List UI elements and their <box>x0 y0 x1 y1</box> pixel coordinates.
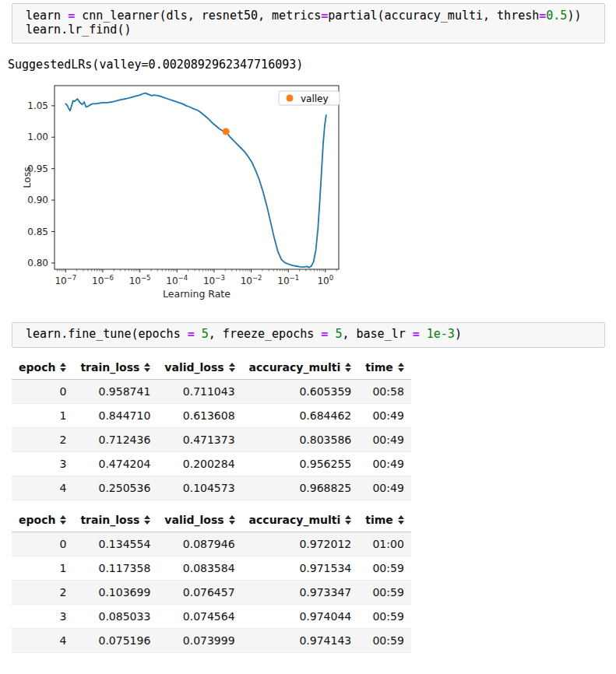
training-table-frozen: epochtrain_lossvalid_lossaccuracy_multit… <box>12 357 411 500</box>
sort-arrows-icon[interactable] <box>398 363 404 372</box>
y-tick-label: 0.85 <box>27 226 48 237</box>
cell-train_loss: 0.117358 <box>73 556 157 580</box>
code-token: )) <box>567 9 581 23</box>
code-cell-fine-tune[interactable]: learn.fine_tune(epochs = 5, freeze_epoch… <box>12 322 605 348</box>
code-token: learn.lr_find() <box>26 23 131 37</box>
cell-accuracy_multi: 0.956255 <box>242 451 359 476</box>
column-header-valid_loss[interactable]: valid_loss <box>157 357 241 380</box>
cell-valid_loss: 0.076457 <box>157 580 241 604</box>
cell-valid_loss: 0.471373 <box>157 427 241 451</box>
code-line: learn.lr_find() <box>26 23 598 37</box>
x-tick-label: 10−4 <box>166 274 188 286</box>
sort-arrows-icon[interactable] <box>144 363 150 372</box>
cell-epoch: 2 <box>12 427 73 451</box>
cell-epoch: 0 <box>12 532 73 556</box>
y-tick-label: 1.05 <box>27 100 48 111</box>
sort-arrows-icon[interactable] <box>229 363 235 372</box>
sort-arrows-icon[interactable] <box>345 363 351 372</box>
cell-train_loss: 0.712436 <box>73 427 157 451</box>
column-label: accuracy_multi <box>249 361 341 374</box>
cell-accuracy_multi: 0.803586 <box>242 427 359 451</box>
code-line: learn.fine_tune(epochs = 5, freeze_epoch… <box>26 328 598 342</box>
column-label: epoch <box>19 361 55 374</box>
code-token-operator: = <box>321 9 328 23</box>
cell-time: 00:49 <box>358 476 411 500</box>
cell-train_loss: 0.844710 <box>73 403 157 427</box>
code-cell-lr-find[interactable]: learn = cnn_learner(dls, resnet50, metri… <box>12 3 605 44</box>
cell-valid_loss: 0.073999 <box>157 628 241 652</box>
sort-arrows-icon[interactable] <box>229 515 235 525</box>
cell-time: 00:58 <box>358 379 411 403</box>
column-header-accuracy_multi[interactable]: accuracy_multi <box>242 510 359 532</box>
suggested-lrs-output: SuggestedLRs(valley=0.002089296234771609… <box>8 58 616 72</box>
x-tick-label: 100 <box>317 274 333 286</box>
column-header-accuracy_multi[interactable]: accuracy_multi <box>242 357 359 380</box>
code-token-operator: = <box>539 9 546 23</box>
code-token: learn <box>26 9 68 23</box>
column-header-valid_loss[interactable]: valid_loss <box>157 510 241 532</box>
cell-epoch: 1 <box>12 403 73 427</box>
code-token-operator: = <box>321 327 328 341</box>
code-token <box>195 327 202 341</box>
table-row: 10.1173580.0835840.97153400:59 <box>12 556 411 580</box>
training-table-unfrozen: epochtrain_lossvalid_lossaccuracy_multit… <box>12 510 411 653</box>
table-row: 40.0751960.0739990.97414300:59 <box>12 628 411 652</box>
table-row: 00.9587410.7110430.60535900:58 <box>12 379 411 403</box>
cell-epoch: 4 <box>12 628 73 652</box>
table-row: 00.1345540.0879460.97201201:00 <box>12 532 411 556</box>
column-header-time[interactable]: time <box>358 510 411 532</box>
table-row: 40.2505360.1045730.96882500:49 <box>12 476 411 500</box>
column-header-train_loss[interactable]: train_loss <box>73 510 157 532</box>
cell-time: 00:49 <box>358 451 411 476</box>
cell-accuracy_multi: 0.973347 <box>242 580 359 604</box>
y-tick-label: 1.00 <box>27 132 48 142</box>
column-label: epoch <box>19 514 55 526</box>
code-token-number: 5 <box>202 327 209 341</box>
legend-label: valley <box>301 93 329 104</box>
loss-curve <box>65 93 326 268</box>
code-token <box>420 327 427 341</box>
cell-time: 01:00 <box>358 532 411 556</box>
lr-find-plot: 0.800.850.900.951.001.0510−710−610−510−4… <box>22 81 349 307</box>
cell-train_loss: 0.250536 <box>73 476 157 500</box>
cell-valid_loss: 0.104573 <box>157 476 241 500</box>
cell-valid_loss: 0.074564 <box>157 604 241 628</box>
cell-valid_loss: 0.200284 <box>157 451 241 476</box>
y-tick-label: 0.80 <box>27 258 48 269</box>
column-header-time[interactable]: time <box>358 357 411 380</box>
cell-epoch: 3 <box>12 604 73 628</box>
cell-accuracy_multi: 0.684462 <box>242 403 359 427</box>
sort-arrows-icon[interactable] <box>345 515 351 525</box>
x-tick-label: 10−6 <box>92 274 114 286</box>
y-axis-label: Loss <box>22 167 33 188</box>
code-token-operator: = <box>68 9 75 23</box>
valley-marker <box>223 128 230 135</box>
cell-accuracy_multi: 0.974044 <box>242 604 359 628</box>
table-row: 30.4742040.2002840.95625500:49 <box>12 451 411 476</box>
cell-accuracy_multi: 0.968825 <box>242 476 359 500</box>
column-header-epoch[interactable]: epoch <box>12 510 73 532</box>
column-label: time <box>365 361 393 374</box>
code-token-operator: = <box>188 327 195 341</box>
code-line: learn = cnn_learner(dls, resnet50, metri… <box>26 9 598 23</box>
cell-time: 00:49 <box>358 403 411 427</box>
cell-accuracy_multi: 0.974143 <box>242 628 359 652</box>
code-token-number: 0.5 <box>546 9 567 23</box>
column-header-epoch[interactable]: epoch <box>12 357 73 380</box>
code-token-number: 1e-3 <box>427 327 455 341</box>
column-header-train_loss[interactable]: train_loss <box>73 357 157 380</box>
x-tick-label: 10−2 <box>241 274 262 286</box>
sort-arrows-icon[interactable] <box>60 363 66 372</box>
sort-arrows-icon[interactable] <box>144 515 150 525</box>
x-axis-label: Learning Rate <box>163 288 231 300</box>
header-row: epochtrain_lossvalid_lossaccuracy_multit… <box>12 510 411 532</box>
cell-train_loss: 0.958741 <box>73 379 157 403</box>
cell-accuracy_multi: 0.972012 <box>242 532 359 556</box>
column-label: valid_loss <box>164 514 224 526</box>
table-row: 30.0850330.0745640.97404400:59 <box>12 604 411 628</box>
sort-arrows-icon[interactable] <box>60 515 66 525</box>
cell-valid_loss: 0.083584 <box>157 556 241 580</box>
code-token-operator: = <box>413 327 420 341</box>
sort-arrows-icon[interactable] <box>398 515 404 525</box>
y-tick-label: 0.90 <box>27 195 48 205</box>
